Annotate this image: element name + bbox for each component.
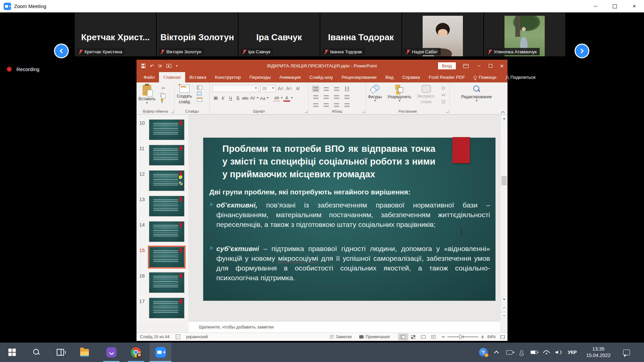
slide-thumbnail[interactable]	[149, 196, 184, 217]
cut-icon[interactable]: ✂	[160, 85, 166, 91]
zoom-out-button[interactable]	[442, 337, 445, 337]
clear-formatting-button[interactable]: A̸	[294, 85, 301, 92]
file-explorer-button[interactable]	[76, 343, 93, 362]
line-spacing-button[interactable]	[333, 85, 340, 92]
zoom-in-button[interactable]	[481, 336, 484, 339]
action-center-button[interactable]	[617, 343, 636, 362]
notes-pane[interactable]: Щелкните, чтобы добавить заметки	[189, 321, 500, 333]
grow-font-button[interactable]: A˄	[277, 85, 284, 92]
zoom-app-button[interactable]	[150, 343, 171, 362]
redo-icon[interactable]: ⟳	[158, 63, 162, 69]
ppt-restore-button[interactable]	[485, 60, 496, 72]
participant-tile[interactable]: Іванна Тодорак Іванна Тодорак	[320, 13, 401, 56]
align-center-button[interactable]	[322, 102, 330, 108]
participant-tile[interactable]: Іра Савчук Іра Савчук	[238, 13, 320, 56]
underline-button[interactable]: Ч	[227, 95, 234, 102]
format-painter-icon[interactable]	[160, 99, 164, 103]
zoom-slider-handle[interactable]	[459, 335, 462, 339]
fit-slide-to-window-button[interactable]	[500, 335, 505, 339]
scroll-up-button[interactable]	[501, 115, 507, 121]
spacing-dropdown-icon[interactable]	[257, 97, 259, 100]
arrange-button[interactable]: Упорядочить	[385, 84, 413, 103]
volume-tray-button[interactable]	[552, 343, 565, 362]
highlight-button[interactable]: ab	[273, 95, 280, 102]
participant-tile[interactable]: Кретчак Христ... Кретчак Христина	[75, 13, 156, 56]
slide-thumbnail[interactable]	[149, 298, 184, 318]
dialog-launcher-icon[interactable]	[171, 111, 173, 113]
numbering-button[interactable]	[322, 85, 330, 92]
bullets-button[interactable]	[312, 85, 319, 92]
case-dropdown-icon[interactable]	[267, 97, 269, 100]
next-slide-button[interactable]	[501, 312, 507, 318]
thumbnail-row[interactable]: 14	[137, 221, 189, 245]
scroll-down-button[interactable]	[501, 297, 507, 302]
new-slide-button[interactable]: Создать слайд	[175, 84, 194, 105]
qat-dropdown-icon[interactable]	[176, 65, 178, 68]
slide-layout-icon[interactable]	[197, 85, 202, 89]
columns-button[interactable]	[333, 94, 340, 100]
start-slideshow-icon[interactable]	[166, 64, 171, 68]
shrink-font-button[interactable]: A˄	[286, 85, 292, 92]
ribbon-display-options-icon[interactable]	[463, 64, 469, 68]
tab-slideshow[interactable]: Слайд-шоу	[305, 72, 337, 82]
participant-tile[interactable]: Надія Сабат	[402, 13, 483, 56]
text-shadow-button[interactable]: S	[234, 95, 241, 102]
help-tray-button[interactable]: ?	[477, 343, 490, 362]
slide-scrollbar[interactable]	[500, 115, 507, 321]
minimize-button[interactable]	[586, 0, 605, 12]
slide-sorter-button[interactable]	[408, 334, 418, 341]
change-case-button[interactable]: Aa	[259, 95, 266, 102]
strip-prev-button[interactable]	[54, 44, 69, 58]
share-button[interactable]: Поделиться	[501, 72, 540, 82]
slide[interactable]: Проблеми та потреби ВПО як відправна точ…	[203, 138, 495, 301]
shape-fill-icon[interactable]: ◇	[440, 85, 446, 90]
slide-thumbnail[interactable]	[149, 145, 184, 166]
shape-outline-icon[interactable]: ▱	[440, 92, 446, 97]
decrease-indent-button[interactable]	[312, 94, 319, 100]
font-name-combo[interactable]	[212, 85, 259, 92]
viber-button[interactable]	[103, 343, 119, 362]
language-indicator[interactable]: УКР	[565, 343, 580, 362]
close-button[interactable]	[625, 0, 644, 12]
shapes-button[interactable]: Фигуры	[366, 84, 384, 103]
tab-insert[interactable]: Вставка	[185, 72, 211, 82]
participant-tile[interactable]: Уляночка Атаманчук	[484, 13, 565, 56]
paste-button[interactable]: Вставить	[137, 84, 158, 105]
network-tray-button[interactable]	[540, 343, 552, 362]
language-indicator[interactable]: украинский	[186, 335, 208, 339]
thumbnail-row[interactable]: 13	[137, 196, 189, 219]
search-button[interactable]	[29, 343, 45, 362]
text-direction-button[interactable]	[343, 85, 351, 92]
dialog-launcher-icon[interactable]	[446, 111, 448, 113]
copy-icon[interactable]	[160, 93, 164, 97]
quick-styles-button[interactable]: Экспресс- стили	[415, 84, 438, 105]
slideshow-view-button[interactable]	[428, 334, 438, 341]
tray-expand-button[interactable]	[490, 343, 503, 362]
tab-file[interactable]: Файл	[139, 72, 159, 82]
tab-assistant[interactable]: Помощн	[469, 72, 501, 82]
task-view-button[interactable]	[52, 343, 68, 362]
chrome-button[interactable]	[128, 343, 144, 362]
align-right-button[interactable]	[333, 102, 340, 108]
zoom-percentage[interactable]: 64%	[487, 335, 496, 339]
editing-button[interactable]: Редактирование	[459, 84, 494, 103]
tab-animations[interactable]: Анимация	[275, 72, 305, 82]
highlight-dropdown-icon[interactable]	[281, 97, 283, 100]
tab-transitions[interactable]: Переходы	[245, 72, 275, 82]
sign-in-button[interactable]: Вход	[438, 62, 456, 69]
thumbnail-row-selected[interactable]: 15	[137, 247, 189, 270]
ppt-close-button[interactable]: ✕	[496, 60, 507, 72]
section-icon[interactable]	[197, 98, 202, 102]
microphone-tray-button[interactable]	[516, 343, 528, 362]
shape-effects-icon[interactable]: ◻	[440, 99, 446, 104]
participant-tile[interactable]: Вікторія Золотун Вікторія Золотун	[157, 13, 238, 56]
tab-foxit[interactable]: Foxit Reader PDF	[424, 72, 469, 82]
font-size-combo[interactable]: 28	[260, 85, 276, 92]
normal-view-button[interactable]	[398, 334, 408, 341]
justify-button[interactable]	[343, 102, 351, 108]
reset-slide-icon[interactable]	[197, 92, 202, 96]
tab-design[interactable]: Конструктор	[211, 72, 245, 82]
text-box-button[interactable]	[343, 94, 351, 100]
clock[interactable]: 13:35 15.04.2022	[580, 343, 617, 362]
spell-check-icon[interactable]	[176, 335, 180, 339]
